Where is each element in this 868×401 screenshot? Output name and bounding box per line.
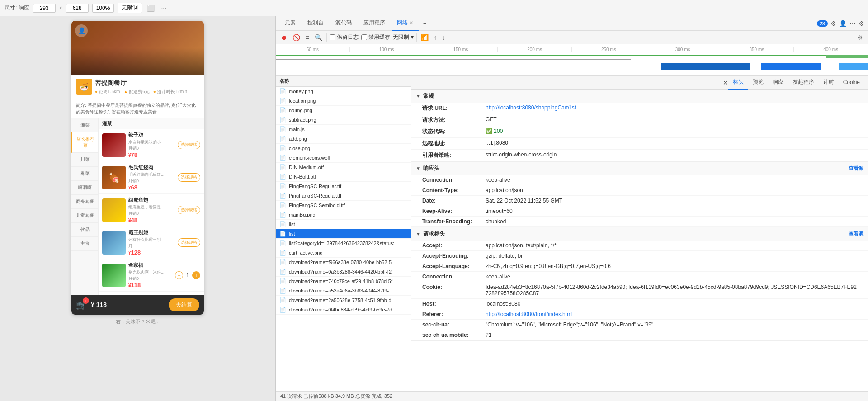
general-title: 常规 — [423, 92, 434, 100]
undock-icon[interactable]: ⚙ — [859, 20, 864, 27]
detail-tab-initiator[interactable]: 发起程序 — [788, 76, 819, 90]
file-icon-dl-0a3b: 📄 — [279, 269, 286, 275]
limit-btn[interactable]: 无限制 — [118, 3, 142, 13]
val-referer[interactable]: http://localhost:8080/front/index.html — [486, 311, 857, 317]
response-headers-view-source[interactable]: 查看源 — [849, 165, 863, 172]
request-headers-view-source[interactable]: 查看源 — [849, 231, 863, 237]
tab-network-close-icon[interactable]: ✕ — [410, 20, 413, 25]
menu-cat-yuecai[interactable]: 粤菜 — [71, 167, 98, 181]
network-item-ping-semi[interactable]: 📄 PingFangSC-Semibold.ttf — [276, 201, 411, 210]
network-item-list1[interactable]: 📄 list — [276, 220, 411, 229]
clear-btn[interactable]: ≡ — [304, 33, 311, 42]
menu-cat-a[interactable]: 啊啊啊 — [71, 181, 98, 195]
export-btn[interactable]: ↓ — [441, 33, 447, 42]
network-item-ping1[interactable]: 📄 PingFangSC-Regular.ttf — [276, 182, 411, 191]
menu-cat-staple[interactable]: 主食 — [71, 237, 98, 251]
detail-tab-headers[interactable]: 标头 — [728, 76, 748, 90]
file-name-money: money.png — [289, 89, 407, 94]
detail-tab-response[interactable]: 响应 — [768, 76, 788, 90]
tab-application[interactable]: 应用程序 — [358, 16, 391, 31]
section-response-headers-header[interactable]: ▼ 响应头 查看源 — [411, 162, 868, 175]
detail-tab-timing[interactable]: 计时 — [819, 76, 839, 90]
network-item-subtract[interactable]: 📄 subtract.png — [276, 115, 411, 125]
disable-cache-input[interactable] — [361, 34, 367, 40]
row-request-method: 请求方法: GET — [411, 114, 868, 126]
response-headers-title: 响应头 — [423, 165, 439, 172]
network-list[interactable]: 📄 money.png 📄 location.png 📄 noImg.png 📄… — [276, 87, 411, 391]
profile-icon[interactable]: 👤 — [839, 20, 847, 27]
val-content-type: application/json — [486, 187, 857, 193]
throttle-btn[interactable]: 无限制 ▾ — [393, 33, 413, 41]
network-item-cart-active[interactable]: 📄 cart_active.png — [276, 248, 411, 258]
network-item-dl-a53a[interactable]: 📄 download?name=a53a4e6a-3b83-4044-87f9- — [276, 286, 411, 296]
network-item-dl-f966[interactable]: 📄 download?name=f966a38e-0780-40be-bb52-… — [276, 258, 411, 267]
checkout-btn[interactable]: 去结算 — [169, 298, 199, 311]
restaurant-description: 简介: 菩提阁中餐厅是菩提阁点餐的独立的品牌, 定位"大众化的美食外送餐饮", … — [71, 99, 204, 118]
tab-console[interactable]: 控制台 — [302, 16, 329, 31]
block-btn[interactable]: 🚫 — [291, 33, 302, 42]
stepper-minus-btn[interactable]: − — [175, 271, 183, 279]
tab-elements[interactable]: 元素 — [279, 16, 301, 31]
stepper-plus-btn[interactable]: + — [192, 271, 200, 279]
search-btn[interactable]: 🔍 — [313, 33, 324, 42]
select-btn-4[interactable]: 选择规格 — [178, 238, 200, 247]
menu-cat-recommended[interactable]: 店长推荐菜 — [71, 132, 98, 153]
network-item-dl-2a50[interactable]: 📄 download?name=2a50628e-7758-4c51-9fbb-… — [276, 296, 411, 305]
close-detail-btn[interactable]: ✕ — [723, 79, 728, 86]
cart-icon-wrap[interactable]: 🛒 1 — [76, 299, 87, 310]
row-remote-addr: 远程地址: [::1]:8080 — [411, 138, 868, 150]
distance-meta: ● 距离1.5km — [95, 89, 120, 95]
tab-sources[interactable]: 源代码 — [330, 16, 357, 31]
devtools-settings-btn[interactable]: ⚙ — [856, 33, 864, 42]
file-name-close: close.png — [289, 146, 407, 151]
network-item-close[interactable]: 📄 close.png — [276, 144, 411, 153]
network-item-list2[interactable]: 📄 list — [276, 229, 411, 239]
select-btn-3[interactable]: 选择规格 — [178, 206, 200, 214]
menu-cat-kids[interactable]: 儿童套餐 — [71, 209, 98, 223]
settings-icon[interactable]: ⚙ — [830, 20, 836, 27]
tab-add-btn[interactable]: + — [420, 19, 430, 28]
network-item-din-med[interactable]: 📄 DIN-Medium.otf — [276, 163, 411, 172]
menu-cat-business[interactable]: 商务套餐 — [71, 195, 98, 209]
top-toolbar: 尺寸: 响应 × 100% 无限制 ⬜ ··· — [0, 0, 868, 16]
network-item-woff[interactable]: 📄 element-icons.woff — [276, 153, 411, 163]
network-item-list-category[interactable]: 📄 list?categoryId=1397844263642378242&st… — [276, 239, 411, 248]
zoom-btn[interactable]: 100% — [92, 4, 114, 13]
section-general-header[interactable]: ▼ 常规 — [411, 90, 868, 103]
detail-tab-cookies[interactable]: Cookie — [839, 76, 864, 90]
file-icon-dl-0f4b: 📄 — [279, 307, 286, 313]
restaurant-header-image: 👤 — [71, 21, 204, 75]
menu-cat-chuancai[interactable]: 川菜 — [71, 153, 98, 167]
width-input[interactable] — [33, 4, 56, 13]
detail-tab-preview[interactable]: 预览 — [748, 76, 768, 90]
network-item-location[interactable]: 📄 location.png — [276, 96, 411, 106]
select-btn-2[interactable]: 选择规格 — [178, 173, 200, 182]
preserve-log-input[interactable] — [330, 34, 335, 40]
disable-cache-checkbox[interactable]: 禁用缓存 — [361, 33, 390, 41]
network-item-dl-0a3b[interactable]: 📄 download?name=0a3b3288-3446-4420-bbff-… — [276, 267, 411, 277]
val-request-url[interactable]: http://localhost:8080/shoppingCart/list — [486, 104, 857, 111]
height-input[interactable] — [66, 4, 89, 13]
menu-cat-drinks[interactable]: 饮品 — [71, 223, 98, 237]
tm-300: 300 ms — [646, 47, 720, 52]
select-btn-1[interactable]: 选择规格 — [178, 141, 200, 149]
network-item-din-bold[interactable]: 📄 DIN-Bold.otf — [276, 172, 411, 182]
preserve-log-checkbox[interactable]: 保留日志 — [330, 33, 359, 41]
network-item-add[interactable]: 📄 add.png — [276, 134, 411, 144]
more-options-icon[interactable]: ⋯ — [849, 20, 856, 27]
network-item-mainjs[interactable]: 📄 main.js — [276, 125, 411, 134]
section-request-headers-header[interactable]: ▼ 请求标头 查看源 — [411, 227, 868, 241]
network-item-money[interactable]: 📄 money.png — [276, 87, 411, 96]
network-item-mainbg[interactable]: 📄 mainBg.png — [276, 210, 411, 220]
more-btn[interactable]: ··· — [160, 3, 168, 13]
record-btn[interactable]: ⏺ — [279, 33, 288, 42]
menu-cat-xiangcai[interactable]: 湘菜 — [71, 118, 98, 132]
network-item-ping2[interactable]: 📄 PingFangSC-Regular.ttf — [276, 191, 411, 201]
network-item-dl-0f4b[interactable]: 📄 download?name=0f4bd884-dc9c-4cf9-b59e-… — [276, 305, 411, 315]
wifi-btn[interactable]: 📶 — [420, 33, 430, 42]
import-btn[interactable]: ↑ — [433, 33, 439, 42]
screenshot-btn[interactable]: ⬜ — [146, 3, 156, 13]
network-item-dl-740c[interactable]: 📄 download?name=740c79ce-af29-41b8-b78d-… — [276, 277, 411, 286]
tab-network[interactable]: 网络 ✕ — [392, 16, 419, 31]
network-item-noimg[interactable]: 📄 noImg.png — [276, 106, 411, 115]
